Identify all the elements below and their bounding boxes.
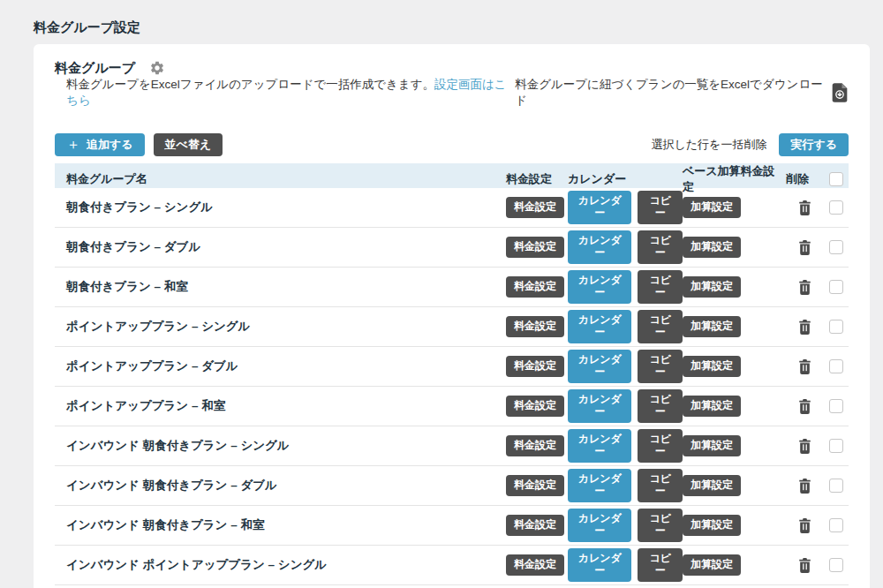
card-title: 料金グループ xyxy=(55,60,135,77)
addition-setting-button[interactable]: 加算設定 xyxy=(683,276,741,298)
delete-button[interactable] xyxy=(786,200,824,215)
rate-group-name: インバウンド 朝食付きプラン – ダブル xyxy=(55,478,506,494)
delete-button[interactable] xyxy=(786,240,824,255)
row-checkbox[interactable] xyxy=(829,439,843,453)
trash-icon xyxy=(798,558,811,573)
rate-group-name: ポイントアッププラン – 和室 xyxy=(55,398,506,414)
row-checkbox[interactable] xyxy=(829,399,843,413)
table-row: ポイントアッププラン – シングル 料金設定 カレンダー コピー 加算設定 xyxy=(55,307,849,347)
rate-setting-button[interactable]: 料金設定 xyxy=(506,554,564,576)
delete-button[interactable] xyxy=(786,479,824,494)
calendar-button[interactable]: カレンダー xyxy=(568,389,631,423)
bulk-delete-label: 選択した行を一括削除 xyxy=(651,137,766,153)
copy-button[interactable]: コピー xyxy=(638,429,683,463)
delete-button[interactable] xyxy=(786,518,824,533)
download-icon[interactable] xyxy=(831,83,849,102)
addition-setting-button[interactable]: 加算設定 xyxy=(683,475,741,496)
row-checkbox[interactable] xyxy=(829,479,843,493)
copy-button[interactable]: コピー xyxy=(638,350,683,383)
calendar-button[interactable]: カレンダー xyxy=(568,230,631,264)
header-delete: 削除 xyxy=(786,171,824,187)
table-row: インバウンド 朝食付きプラン – 和室 料金設定 カレンダー コピー 加算設定 xyxy=(55,506,849,546)
plus-icon: ＋ xyxy=(66,138,80,152)
calendar-button[interactable]: カレンダー xyxy=(568,469,631,502)
calendar-button[interactable]: カレンダー xyxy=(568,270,631,304)
trash-icon xyxy=(798,240,811,255)
table-row: ポイントアッププラン – 和室 料金設定 カレンダー コピー 加算設定 xyxy=(55,387,849,426)
calendar-button[interactable]: カレンダー xyxy=(568,191,631,224)
row-checkbox[interactable] xyxy=(829,240,843,254)
gear-icon[interactable] xyxy=(149,60,165,76)
rate-group-name: ポイントアッププラン – シングル xyxy=(55,319,506,335)
row-checkbox[interactable] xyxy=(829,320,843,334)
rate-setting-button[interactable]: 料金設定 xyxy=(506,515,564,536)
trash-icon xyxy=(798,200,811,215)
header-rate: 料金設定 xyxy=(506,171,568,187)
copy-button[interactable]: コピー xyxy=(638,191,683,224)
delete-button[interactable] xyxy=(786,320,824,335)
delete-button[interactable] xyxy=(786,359,824,374)
table-header-row: 料金グループ名 料金設定 カレンダー ベース加算料金設定 削除 xyxy=(55,163,849,188)
trash-icon xyxy=(798,320,811,335)
row-checkbox[interactable] xyxy=(829,280,843,294)
trash-icon xyxy=(798,518,811,533)
row-checkbox[interactable] xyxy=(829,359,843,373)
addition-setting-button[interactable]: 加算設定 xyxy=(683,396,741,417)
delete-button[interactable] xyxy=(786,439,824,454)
copy-button[interactable]: コピー xyxy=(638,548,683,582)
delete-button[interactable] xyxy=(786,280,824,295)
rate-setting-button[interactable]: 料金設定 xyxy=(506,435,564,456)
addition-setting-button[interactable]: 加算設定 xyxy=(683,356,741,377)
rate-group-name: 朝食付きプラン – シングル xyxy=(55,200,506,215)
addition-setting-button[interactable]: 加算設定 xyxy=(683,197,741,218)
calendar-button[interactable]: カレンダー xyxy=(568,310,631,343)
delete-button[interactable] xyxy=(786,558,824,573)
rate-setting-button[interactable]: 料金設定 xyxy=(506,396,564,417)
copy-button[interactable]: コピー xyxy=(638,230,683,264)
execute-button-label: 実行する xyxy=(790,137,837,153)
table-row: ポイントアッププラン – ダブル 料金設定 カレンダー コピー 加算設定 xyxy=(55,347,849,387)
table-row: インバウンド 朝食付きプラン – シングル 料金設定 カレンダー コピー 加算設… xyxy=(55,426,849,466)
trash-icon xyxy=(798,439,811,454)
add-button[interactable]: ＋ 追加する xyxy=(55,133,145,156)
sort-button-label: 並べ替え xyxy=(165,137,212,153)
copy-button[interactable]: コピー xyxy=(638,310,683,343)
header-calendar: カレンダー xyxy=(568,171,683,187)
rate-group-name: インバウンド 朝食付きプラン – 和室 xyxy=(55,517,506,533)
rate-setting-button[interactable]: 料金設定 xyxy=(506,237,564,258)
addition-setting-button[interactable]: 加算設定 xyxy=(683,515,741,536)
trash-icon xyxy=(798,280,811,295)
rate-group-name: ポイントアッププラン – ダブル xyxy=(55,358,506,374)
upload-note: 料金グループをExcelファイルのアップロードで一括作成できます。設定画面はこち… xyxy=(66,77,515,109)
copy-button[interactable]: コピー xyxy=(638,469,683,502)
addition-setting-button[interactable]: 加算設定 xyxy=(683,237,741,258)
select-all-checkbox[interactable] xyxy=(829,172,843,186)
execute-button[interactable]: 実行する xyxy=(779,133,849,156)
addition-setting-button[interactable]: 加算設定 xyxy=(683,554,741,576)
rate-setting-button[interactable]: 料金設定 xyxy=(506,316,564,337)
copy-button[interactable]: コピー xyxy=(638,270,683,304)
rate-group-name: 朝食付きプラン – 和室 xyxy=(55,279,506,295)
sort-button[interactable]: 並べ替え xyxy=(154,133,223,156)
upload-note-text: 料金グループをExcelファイルのアップロードで一括作成できます。 xyxy=(66,78,434,91)
page-title: 料金グループ設定 xyxy=(34,19,140,36)
add-button-label: 追加する xyxy=(87,137,133,153)
copy-button[interactable]: コピー xyxy=(638,389,683,423)
copy-button[interactable]: コピー xyxy=(638,509,683,542)
delete-button[interactable] xyxy=(786,399,824,414)
calendar-button[interactable]: カレンダー xyxy=(568,429,631,463)
addition-setting-button[interactable]: 加算設定 xyxy=(683,435,741,456)
table-row: インバウンド ポイントアッププラン – シングル 料金設定 カレンダー コピー … xyxy=(55,546,849,585)
row-checkbox[interactable] xyxy=(829,200,843,215)
calendar-button[interactable]: カレンダー xyxy=(568,548,631,582)
calendar-button[interactable]: カレンダー xyxy=(568,350,631,383)
calendar-button[interactable]: カレンダー xyxy=(568,509,631,542)
table-row: インバウンド 朝食付きプラン – ダブル 料金設定 カレンダー コピー 加算設定 xyxy=(55,466,849,506)
row-checkbox[interactable] xyxy=(829,518,843,532)
rate-setting-button[interactable]: 料金設定 xyxy=(506,197,564,218)
row-checkbox[interactable] xyxy=(829,558,843,572)
rate-setting-button[interactable]: 料金設定 xyxy=(506,356,564,377)
rate-setting-button[interactable]: 料金設定 xyxy=(506,475,564,496)
addition-setting-button[interactable]: 加算設定 xyxy=(683,316,741,337)
rate-setting-button[interactable]: 料金設定 xyxy=(506,276,564,298)
